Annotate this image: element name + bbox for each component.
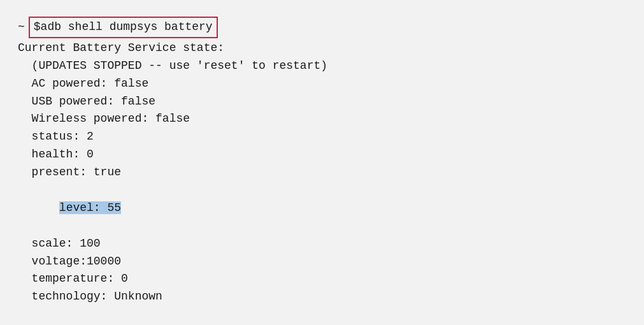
output-line-2: (UPDATES STOPPED -- use 'reset' to resta… xyxy=(18,57,626,75)
level-highlighted: level: 55 xyxy=(59,201,121,214)
output-line-4: USB powered: false xyxy=(18,93,626,111)
command-text: $adb shell dumpsys battery xyxy=(29,17,218,38)
output-line-5: Wireless powered: false xyxy=(18,110,626,128)
output-line-6: status: 2 xyxy=(18,128,626,146)
prompt: ~ xyxy=(18,18,25,36)
output-line-10: scale: 100 xyxy=(18,235,626,253)
output-line-8: present: true xyxy=(18,164,626,182)
output-line-3: AC powered: false xyxy=(18,75,626,93)
output-line-11: voltage:10000 xyxy=(18,253,626,271)
output-line-12: temperature: 0 xyxy=(18,270,626,288)
command-line: ~ $adb shell dumpsys battery xyxy=(18,17,626,38)
terminal: ~ $adb shell dumpsys battery Current Bat… xyxy=(13,10,631,312)
output-line-1: Current Battery Service state: xyxy=(18,40,626,57)
output-line-7: health: 0 xyxy=(18,146,626,164)
output-line-13: technology: Unknown xyxy=(18,288,626,306)
line9-prefix xyxy=(45,201,59,214)
output-line-9: level: 55 xyxy=(18,182,626,235)
